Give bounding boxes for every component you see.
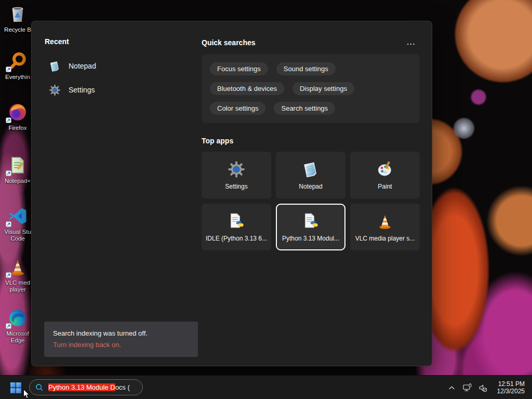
tile-label: Paint bbox=[378, 183, 392, 190]
settings-gear-icon bbox=[49, 84, 61, 96]
quick-search-pill-search-settings[interactable]: Search settings bbox=[274, 102, 335, 115]
quick-search-pill-focus-settings[interactable]: Focus settings bbox=[210, 62, 268, 75]
recent-heading: Recent bbox=[45, 37, 185, 46]
start-button[interactable] bbox=[8, 380, 23, 395]
desktop-icon-everything[interactable]: Everythin bbox=[0, 50, 35, 81]
search-icon bbox=[35, 383, 44, 392]
top-app-tile-idle-python[interactable]: IDLE (Python 3.13 6... bbox=[202, 204, 271, 250]
desktop-icon-notepad-plus-plus[interactable]: Notepad+ bbox=[0, 154, 35, 184]
desktop-icon-firefox[interactable]: Firefox bbox=[0, 101, 35, 131]
top-app-tile-paint[interactable]: Paint bbox=[350, 152, 420, 198]
vlc-cone-icon bbox=[376, 212, 394, 230]
indexing-notice-message: Search indexing was turned off. bbox=[53, 328, 189, 339]
recycle-bin-icon bbox=[8, 4, 28, 24]
tile-label: IDLE (Python 3.13 6... bbox=[206, 235, 267, 242]
quick-search-pill-sound-settings[interactable]: Sound settings bbox=[276, 62, 336, 75]
desktop-icon-visual-studio-code[interactable]: Visual StuCode bbox=[0, 205, 35, 242]
settings-gear-icon bbox=[228, 161, 245, 178]
tile-label: VLC media player s... bbox=[355, 235, 415, 242]
search-flyout-panel: Recent Notepad Settings Quick searches .… bbox=[31, 21, 432, 366]
tile-label: Python 3.13 Modul... bbox=[282, 235, 339, 242]
taskbar: Python 3.13 Module Docs ( 12:51 PM 12/3/… bbox=[0, 375, 532, 399]
volume-tray-button[interactable] bbox=[476, 380, 490, 395]
taskbar-search-box[interactable]: Python 3.13 Module Docs ( bbox=[29, 379, 143, 395]
top-app-tile-notepad[interactable]: Notepad bbox=[276, 152, 345, 198]
search-input-text: Python 3.13 Module Docs ( bbox=[48, 383, 130, 391]
notepad-icon bbox=[302, 161, 320, 178]
search-text-rest: ocs ( bbox=[115, 383, 130, 391]
screen: Recycle B Everythin Firefox Notepad+ Vis… bbox=[0, 0, 532, 399]
network-icon bbox=[462, 383, 472, 393]
desktop-icon-label: Everythin bbox=[5, 74, 30, 81]
top-apps-heading: Top apps bbox=[202, 137, 420, 145]
top-app-tile-python-module-docs[interactable]: Python 3.13 Modul... bbox=[276, 204, 345, 250]
quick-search-pill-color-settings[interactable]: Color settings bbox=[210, 102, 265, 115]
search-panel-right-column: Quick searches ... Focus settings Sound … bbox=[202, 37, 420, 250]
recent-item-label: Settings bbox=[69, 86, 95, 94]
indexing-notice: Search indexing was turned off. Turn ind… bbox=[44, 322, 198, 357]
top-apps-grid: Settings Notepad Paint IDLE (Python 3.13… bbox=[202, 152, 420, 250]
system-tray: 12:51 PM 12/3/2025 bbox=[445, 376, 529, 399]
desktop-icon-recycle-bin[interactable]: Recycle B bbox=[0, 3, 35, 33]
search-text-selected: Python 3.13 Module D bbox=[48, 383, 115, 391]
tile-label: Settings bbox=[225, 183, 247, 190]
desktop-icon-label: Firefox bbox=[8, 125, 26, 131]
windows-logo-icon bbox=[9, 381, 22, 394]
shortcut-arrow-icon bbox=[6, 221, 11, 227]
chevron-up-icon bbox=[447, 383, 457, 393]
shortcut-arrow-icon bbox=[6, 323, 11, 329]
desktop-icon-microsoft-edge[interactable]: MicrosofEdge bbox=[0, 307, 35, 344]
turn-indexing-on-link[interactable]: Turn indexing back on. bbox=[53, 340, 189, 350]
shortcut-arrow-icon bbox=[6, 272, 11, 278]
desktop-icon-vlc[interactable]: VLC medplayer bbox=[0, 256, 35, 293]
quick-search-pill-display-settings[interactable]: Display settings bbox=[292, 82, 354, 95]
quick-search-pill-bluetooth-devices[interactable]: Bluetooth & devices bbox=[210, 82, 284, 95]
shortcut-arrow-icon bbox=[6, 170, 11, 176]
python-document-icon bbox=[302, 212, 320, 230]
clock-date: 12/3/2025 bbox=[497, 388, 525, 395]
more-options-button[interactable]: ... bbox=[403, 37, 420, 47]
tile-label: Notepad bbox=[299, 183, 322, 190]
desktop-icon-label: Visual StuCode bbox=[4, 229, 31, 242]
recent-item-label: Notepad bbox=[69, 62, 96, 70]
shortcut-arrow-icon bbox=[6, 117, 11, 123]
desktop-icon-label: VLC medplayer bbox=[5, 280, 30, 293]
clock[interactable]: 12:51 PM 12/3/2025 bbox=[495, 379, 529, 396]
tray-overflow-button[interactable] bbox=[445, 380, 459, 395]
top-app-tile-settings[interactable]: Settings bbox=[202, 152, 271, 198]
desktop-icon-label: Recycle B bbox=[4, 26, 31, 33]
top-app-tile-vlc[interactable]: VLC media player s... bbox=[350, 204, 420, 250]
network-tray-button[interactable] bbox=[461, 380, 474, 395]
quick-searches-card: Focus settings Sound settings Bluetooth … bbox=[202, 54, 420, 123]
volume-muted-icon bbox=[478, 383, 488, 393]
clock-time: 12:51 PM bbox=[497, 380, 525, 388]
shortcut-arrow-icon bbox=[6, 66, 11, 72]
notepad-icon bbox=[49, 60, 61, 72]
python-document-icon bbox=[228, 212, 245, 230]
recent-section: Recent Notepad Settings bbox=[45, 37, 185, 102]
recent-item-settings[interactable]: Settings bbox=[45, 78, 185, 102]
desktop-icon-label: MicrosofEdge bbox=[6, 330, 29, 344]
quick-searches-heading: Quick searches bbox=[202, 38, 256, 47]
desktop-icon-label: Notepad+ bbox=[5, 178, 31, 184]
recent-item-notepad[interactable]: Notepad bbox=[45, 54, 185, 78]
paint-palette-icon bbox=[376, 161, 394, 178]
